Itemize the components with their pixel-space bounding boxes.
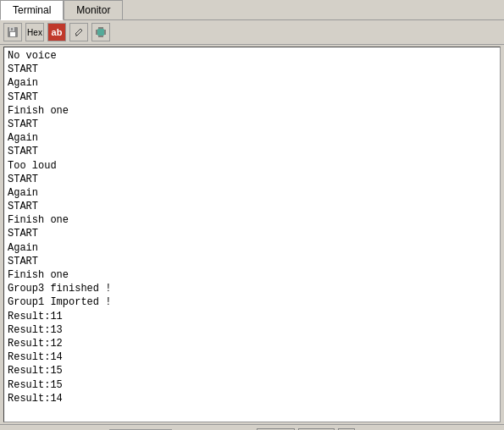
terminal-line: START: [8, 227, 496, 240]
terminal-line: START: [8, 63, 496, 76]
ab-label: ab: [52, 27, 63, 37]
terminal-line: START: [8, 118, 496, 131]
chip-icon: [95, 26, 107, 38]
terminal-line: Again: [8, 76, 496, 90]
terminal-line: No voice: [8, 49, 496, 63]
terminal-line: START: [8, 91, 496, 104]
terminal-line: Result:15: [8, 378, 496, 392]
tab-terminal[interactable]: Terminal: [0, 0, 64, 20]
hex-toggle-button[interactable]: Hex: [25, 23, 44, 41]
terminal-line: Finish one: [8, 268, 496, 282]
save-icon: [7, 26, 19, 38]
terminal-line: START: [8, 200, 496, 213]
hex-label: Hex: [27, 28, 42, 37]
terminal-line: START: [8, 145, 496, 158]
edit-button[interactable]: [69, 23, 88, 41]
terminal-line: Finish one: [8, 104, 496, 118]
terminal-line: Group1 Imported !: [8, 295, 496, 309]
ab-button[interactable]: ab: [47, 23, 66, 41]
terminal-line: Finish one: [8, 213, 496, 227]
terminal-line: Result:11: [8, 310, 496, 323]
terminal-line: START: [8, 173, 496, 186]
terminal-line: START: [8, 255, 496, 268]
terminal-line: Group3 finished !: [8, 282, 496, 295]
terminal-line: Result:12: [8, 337, 496, 350]
terminal-line: Again: [8, 186, 496, 200]
terminal-line: Again: [8, 131, 496, 145]
svg-rect-3: [11, 28, 13, 30]
chip-button[interactable]: [91, 23, 110, 41]
terminal-line: Result:14: [8, 350, 496, 364]
svg-rect-5: [97, 29, 104, 36]
terminal-line: Result:14: [8, 392, 496, 405]
terminal-line: Too loud: [8, 159, 496, 173]
terminal-line: Result:15: [8, 364, 496, 378]
terminal-output: No voiceSTARTAgainSTARTFinish oneSTARTAg…: [3, 47, 501, 422]
edit-icon: [74, 27, 84, 37]
terminal-line: Result:13: [8, 323, 496, 337]
tab-monitor[interactable]: Monitor: [64, 0, 123, 19]
svg-rect-2: [10, 32, 15, 36]
terminal-line: Again: [8, 241, 496, 255]
save-button[interactable]: [3, 23, 22, 41]
